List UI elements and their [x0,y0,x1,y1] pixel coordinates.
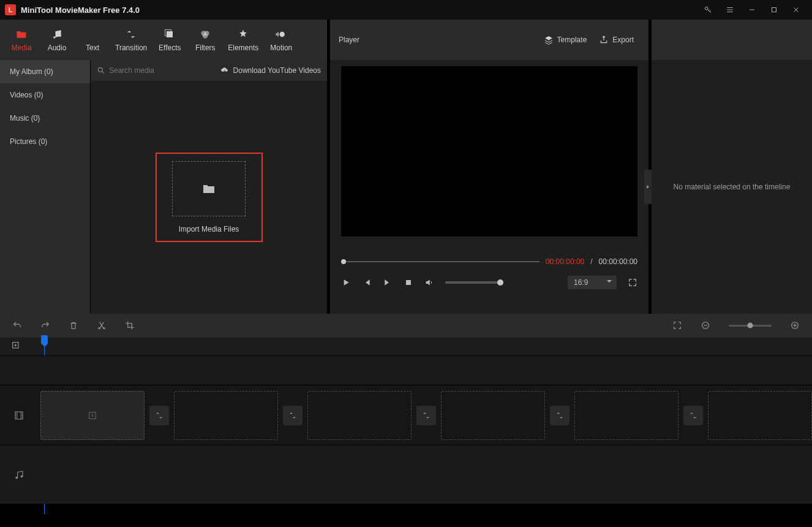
transition-slot[interactable] [683,406,703,425]
player-panel: Player Template Export 00:00:00:00 / 00:… [330,20,648,314]
tab-filters[interactable]: Filters [187,24,223,56]
tab-effects[interactable]: Effects [152,24,187,56]
no-selection-message: No material selected on the timeline [674,183,791,191]
delete-icon[interactable] [69,320,78,330]
split-icon[interactable] [97,320,107,330]
audio-track[interactable] [0,445,812,504]
transition-slot[interactable] [550,406,570,425]
tab-label: Media [12,44,32,52]
time-separator: / [590,257,592,266]
svg-point-9 [280,32,285,37]
zoom-slider[interactable] [729,325,772,327]
transition-slot[interactable] [416,406,436,425]
import-media-label: Import Media Files [168,225,250,233]
clip-slot[interactable] [441,391,545,440]
zoom-out-icon[interactable] [701,320,710,330]
aspect-select[interactable]: 16:9 [568,276,617,289]
media-panel: Media Audio Text Transition Effects Filt… [0,20,327,314]
player-title: Player [339,36,359,44]
timeline [0,314,812,504]
template-button[interactable]: Template [538,32,593,47]
app-title: MiniTool MovieMaker Free 7.4.0 [21,6,140,15]
folder-icon [15,28,28,41]
zoom-in-icon[interactable] [790,320,800,330]
import-media-box[interactable]: Import Media Files [156,153,263,242]
tab-transition[interactable]: Transition [110,24,152,56]
search-input[interactable] [109,66,189,75]
video-preview[interactable] [341,66,637,237]
clip-slot[interactable] [40,391,145,440]
sidebar-item-videos[interactable]: Videos (0) [0,83,90,107]
tab-label: Transition [115,44,147,52]
title-bar: L MiniTool MovieMaker Free 7.4.0 [0,0,812,20]
maximize-button[interactable] [763,0,785,20]
redo-icon[interactable] [40,320,50,330]
fit-icon[interactable] [672,320,682,330]
tab-label: Filters [195,44,216,52]
timeline-toolbar [0,314,812,337]
motion-icon [274,28,288,41]
tab-motion[interactable]: Motion [263,24,299,56]
timeline-ruler[interactable] [0,337,812,355]
export-button[interactable]: Export [593,32,640,47]
video-track[interactable] [0,385,812,445]
film-icon [13,410,24,421]
svg-point-19 [15,476,18,479]
svg-point-13 [103,327,105,329]
prev-frame-icon[interactable] [362,278,372,287]
tab-label: Audio [48,44,67,52]
export-label: Export [612,36,634,44]
effects-icon [163,28,176,41]
key-icon[interactable] [697,0,719,20]
next-frame-icon[interactable] [383,278,393,287]
minimize-button[interactable] [741,0,763,20]
progress-slider[interactable] [341,261,539,262]
text-icon [86,28,99,41]
add-track-icon[interactable] [11,341,21,352]
undo-icon[interactable] [12,320,22,330]
svg-rect-11 [406,280,411,285]
sidebar-item-my-album[interactable]: My Album (0) [0,60,90,83]
svg-point-12 [98,327,100,329]
folder-icon [200,181,217,196]
clip-slot[interactable] [174,391,278,440]
menu-icon[interactable] [719,0,741,20]
app-icon: L [5,4,16,15]
tab-elements[interactable]: Elements [223,24,263,56]
svg-rect-1 [772,8,776,12]
stop-icon[interactable] [404,278,413,287]
tab-label: Motion [270,44,292,52]
clip-slot[interactable] [708,391,812,440]
text-track[interactable] [0,355,812,385]
crop-icon[interactable] [125,320,135,330]
tab-text[interactable]: Text [75,24,110,56]
clip-slot[interactable] [307,391,412,440]
filters-icon [198,28,212,41]
collapse-toggle[interactable] [644,170,652,204]
transition-icon [124,28,138,41]
tab-label: Text [86,44,99,52]
music-icon [50,28,64,41]
svg-point-10 [98,67,102,72]
svg-point-20 [21,475,23,477]
sidebar-item-music[interactable]: Music (0) [0,107,90,130]
clip-slot[interactable] [574,391,679,440]
transition-slot[interactable] [149,406,169,425]
svg-point-3 [59,35,61,37]
play-icon[interactable] [341,278,351,287]
import-clip-icon [87,410,98,421]
volume-slider[interactable] [445,281,500,284]
template-label: Template [557,36,587,44]
svg-point-2 [53,36,55,38]
volume-icon[interactable] [424,278,434,287]
download-youtube-link[interactable]: Download YouTube Videos [220,66,321,75]
tab-label: Effects [159,44,181,52]
playhead[interactable] [41,335,48,344]
tab-media[interactable]: Media [4,24,39,56]
transition-slot[interactable] [283,406,303,425]
close-button[interactable] [785,0,807,20]
fullscreen-icon[interactable] [628,278,637,287]
sidebar-item-pictures[interactable]: Pictures (0) [0,130,90,153]
music-icon [13,469,24,480]
tab-audio[interactable]: Audio [39,24,75,56]
